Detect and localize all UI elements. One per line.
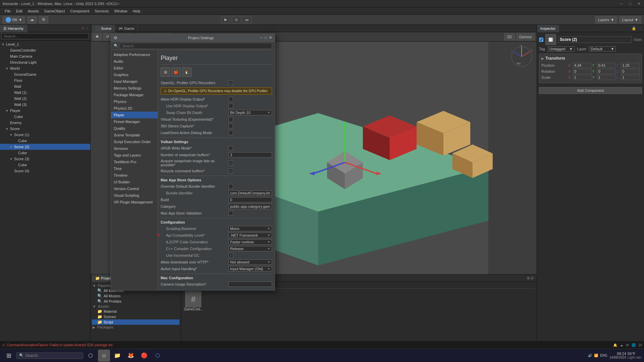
active-input-dropdown[interactable]: Input Manager (Old) ▼ — [228, 266, 272, 272]
layers-dropdown[interactable]: Layers ▼ — [595, 16, 617, 23]
menu-file[interactable]: File — [2, 7, 13, 15]
all-prefabs[interactable]: 🔍All Prefabs — [92, 299, 179, 304]
tree-item-enemy[interactable]: Enemy — [0, 120, 90, 126]
tree-item-wall2[interactable]: Wall (2) — [0, 96, 90, 102]
tree-item-score1[interactable]: ▼ Score (1) — [0, 132, 90, 138]
tab-game[interactable]: 🎮 Game — [115, 25, 138, 32]
opengl-checkbox[interactable] — [228, 80, 233, 85]
use-incremental-checkbox[interactable] — [228, 253, 233, 258]
pause-btn[interactable]: ⏸ — [232, 16, 241, 23]
menu-window[interactable]: Window — [112, 7, 130, 15]
browser-icon[interactable]: 🦊 — [125, 350, 137, 362]
menu-assets[interactable]: Assets — [25, 7, 42, 15]
tree-item-groundgame[interactable]: GroundGame — [0, 71, 90, 77]
play-btn[interactable]: ▶ — [221, 16, 230, 23]
start-btn[interactable]: ⊞ — [3, 350, 15, 362]
inspector-lock-btn[interactable]: 🔒 — [632, 26, 636, 31]
scenes-folder[interactable]: 📁Scenes — [92, 314, 179, 319]
nav-physics-2d[interactable]: Physics 2D — [111, 105, 158, 112]
nav-adaptive[interactable]: Adaptive Performance — [111, 51, 158, 58]
allow-downloads-dropdown[interactable]: Not allowed ▼ — [228, 259, 272, 265]
script-folder[interactable]: 📁Script — [92, 319, 179, 325]
tree-item-level1[interactable]: ▼ Level_1 — [0, 41, 90, 47]
recycle-cmd-checkbox[interactable] — [228, 169, 233, 173]
maximize-btn[interactable]: □ — [628, 1, 633, 6]
api-compat-dropdown[interactable]: .NET Framework ▼ — [228, 233, 272, 238]
hierarchy-search[interactable] — [1, 33, 89, 39]
nav-version-control[interactable]: Version Control — [111, 185, 158, 192]
tab-inspector[interactable]: Inspector — [537, 25, 559, 32]
tree-item-player[interactable]: ▼ Player — [0, 108, 90, 114]
account-btn[interactable]: RK ▼ — [3, 16, 25, 23]
stereo-360-checkbox[interactable] — [228, 124, 233, 128]
tree-item-score4[interactable]: Score (4) — [0, 168, 90, 174]
num-swapchain-input[interactable] — [228, 152, 272, 158]
tree-item-dirlight[interactable]: Directional Light — [0, 59, 90, 65]
override-bundle-checkbox[interactable] — [228, 184, 233, 189]
add-component-btn[interactable]: Add Component — [539, 87, 642, 94]
material-folder[interactable]: 📁Material — [92, 309, 179, 314]
hierarchy-add-btn[interactable]: + — [82, 26, 84, 31]
hierarchy-menu-btn[interactable]: ⋮ — [85, 26, 89, 31]
nav-scene-template[interactable]: Scene Template — [111, 132, 158, 138]
build-input[interactable] — [228, 197, 272, 202]
nav-editor[interactable]: Editor — [111, 65, 158, 71]
tree-item-cube2[interactable]: Cube — [0, 138, 90, 144]
tag-dropdown[interactable]: Untagged ▼ — [548, 46, 575, 52]
menu-gameobject[interactable]: GameObject — [42, 7, 68, 15]
chrome-icon[interactable]: 🔴 — [138, 350, 150, 362]
bundle-id-input[interactable] — [228, 190, 272, 196]
load-store-checkbox[interactable] — [228, 130, 233, 135]
nav-script-exec[interactable]: Script Execution Order — [111, 138, 158, 145]
gizmos-btn[interactable]: Gizmos — [516, 33, 535, 41]
minimize-btn[interactable]: ─ — [619, 1, 624, 6]
nav-xr[interactable]: XR Plugin Management — [111, 199, 158, 205]
menu-help[interactable]: Help — [130, 7, 143, 15]
srgb-checkbox[interactable] — [228, 146, 233, 150]
modal-close-btn[interactable]: ✕ — [269, 36, 272, 40]
nav-quality[interactable]: Quality — [111, 125, 158, 132]
tab-hierarchy[interactable]: ☰ Hierarchy — [0, 25, 27, 32]
settings-btn[interactable]: ⚙ — [39, 16, 48, 23]
assets-group[interactable]: ▼ Assets — [92, 304, 179, 309]
swap-chain-dropdown[interactable]: Bit Depth 10 ▼ — [228, 110, 272, 115]
close-btn[interactable]: ✕ — [637, 1, 641, 6]
nav-time[interactable]: Time — [111, 165, 158, 172]
layout-dropdown[interactable]: Layout ▼ — [619, 16, 641, 23]
tree-item-wall1[interactable]: Wall (1) — [0, 89, 90, 96]
object-name-input[interactable] — [558, 36, 632, 43]
use-hdr-checkbox[interactable] — [228, 104, 233, 108]
modal-maximize-btn[interactable]: □ — [265, 36, 267, 40]
acquire-late-checkbox[interactable] — [228, 161, 233, 165]
nav-textmesh[interactable]: TextMesh Pro — [111, 159, 158, 165]
tree-item-wall3[interactable]: Wall (3) — [0, 102, 90, 108]
nav-input-manager[interactable]: Input Manager — [111, 78, 158, 85]
object-active-checkbox[interactable] — [539, 38, 543, 42]
step-btn[interactable]: ⏭ — [243, 16, 252, 23]
cpp-compiler-dropdown[interactable]: Release ▼ — [228, 246, 272, 251]
tab-scene[interactable]: ⬛ Scene — [92, 25, 115, 32]
tree-item-floor[interactable]: Floor — [0, 77, 90, 83]
nav-memory[interactable]: Memory Settings — [111, 85, 158, 92]
allow-hdr-checkbox[interactable] — [228, 97, 233, 102]
nav-package-manager[interactable]: Package Manager — [111, 92, 158, 98]
modal-minimize-btn[interactable]: ─ — [260, 36, 263, 40]
2d-btn[interactable]: 2D — [504, 33, 515, 41]
explorer-icon[interactable]: 📁 — [111, 350, 123, 362]
tree-item-cube3[interactable]: Cube — [0, 150, 90, 156]
taskbar-search-box[interactable]: 🔍 Search — [16, 352, 83, 359]
tree-item-maincam[interactable]: Main Camera — [0, 53, 90, 59]
tree-item-score[interactable]: ▼ Score — [0, 126, 90, 132]
nav-graphics[interactable]: Graphics — [111, 71, 158, 78]
il2cpp-dropdown[interactable]: Faster runtime ▼ — [228, 239, 272, 245]
tree-item-cube4[interactable]: Cube — [0, 162, 90, 168]
all-models[interactable]: 🔍All Models — [92, 293, 179, 299]
asset-gamecont[interactable]: # GameCont... — [182, 290, 204, 312]
move-tool[interactable]: ✚ — [93, 33, 102, 41]
camera-usage-input[interactable] — [228, 282, 272, 287]
nav-timeline[interactable]: Timeline — [111, 172, 158, 179]
nav-tags-layers[interactable]: Tags and Layers — [111, 152, 158, 159]
platform-linux-btn[interactable]: 🐧 — [182, 67, 192, 77]
menu-services[interactable]: Services — [92, 7, 111, 15]
nav-preset[interactable]: Preset Manager — [111, 118, 158, 125]
